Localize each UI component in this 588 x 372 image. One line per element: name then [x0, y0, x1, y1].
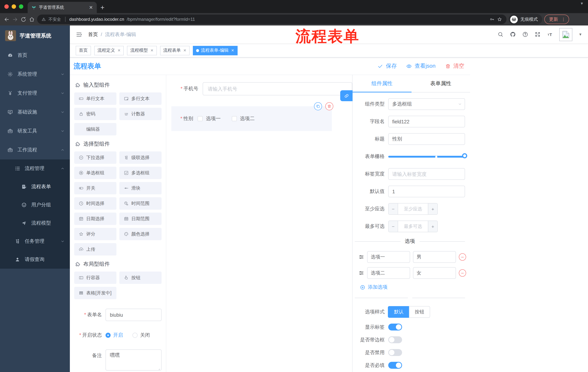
palette-item[interactable]: 颜色选择	[119, 228, 162, 240]
status-radio-off[interactable]: 关闭	[132, 332, 150, 339]
palette-item[interactable]: 多选框组	[119, 167, 162, 179]
tag-1[interactable]: 流程定义✕	[94, 46, 124, 55]
toggle-switch[interactable]	[388, 349, 402, 356]
save-button[interactable]: 保存	[378, 63, 397, 70]
view-json-button[interactable]: 查看json	[406, 63, 436, 70]
resize-handle-icon[interactable]	[157, 367, 160, 371]
fullscreen-icon[interactable]	[535, 31, 541, 37]
close-window-button[interactable]	[4, 4, 9, 9]
forward-icon[interactable]	[12, 16, 18, 22]
palette-item[interactable]: 表格[开发中]	[74, 287, 116, 299]
window-caret-icon[interactable]: ▼	[580, 1, 584, 5]
palette-item[interactable]: 开关	[74, 182, 116, 194]
default-value-input[interactable]	[388, 186, 465, 197]
tag-3[interactable]: 流程表单✕	[160, 46, 190, 55]
browser-menu-icon[interactable]	[561, 17, 566, 22]
sidebar-item-0[interactable]: 首页	[0, 46, 70, 65]
browser-tab[interactable]: 芋道管理系统 ✕	[28, 2, 97, 13]
checkbox-icon[interactable]	[231, 116, 237, 121]
option-style-按钮[interactable]: 按钮	[409, 306, 430, 318]
palette-item[interactable]: 级联选择	[119, 151, 162, 164]
new-tab-button[interactable]: +	[100, 4, 105, 12]
window-controls[interactable]	[0, 0, 28, 13]
tag-4[interactable]: 流程表单-编辑✕	[193, 46, 237, 55]
back-icon[interactable]	[4, 16, 10, 22]
option-label-input[interactable]	[367, 267, 410, 279]
field-name-input[interactable]	[388, 116, 465, 128]
help-icon[interactable]	[522, 31, 528, 37]
browser-update-button[interactable]: 更新	[544, 15, 569, 24]
panel-collapse-handle[interactable]	[340, 90, 353, 101]
reload-icon[interactable]	[20, 16, 27, 22]
sidebar-item-4[interactable]: 研发工具	[0, 122, 70, 140]
min-select-stepper[interactable]: − 至少应选 +	[388, 203, 438, 215]
grid-slider[interactable]	[388, 151, 464, 162]
palette-item[interactable]: 时间选择	[74, 197, 116, 210]
tab-form-props[interactable]: 表单属性	[411, 75, 470, 92]
bookmark-star-icon[interactable]	[497, 17, 502, 22]
tag-close-icon[interactable]: ✕	[183, 48, 187, 53]
breadcrumb-home[interactable]: 首页	[88, 31, 98, 38]
canvas-field-phone[interactable]: *手机号	[166, 82, 352, 95]
max-select-stepper[interactable]: − 最多可选 +	[388, 221, 438, 232]
palette-item[interactable]: 上传	[74, 243, 116, 255]
label-width-input[interactable]	[388, 168, 465, 180]
palette-item[interactable]: 滑块	[119, 182, 162, 194]
slider-handle[interactable]	[462, 153, 467, 158]
palette-item[interactable]: 行容器	[74, 272, 116, 284]
palette-item[interactable]: 评分	[74, 228, 116, 240]
tag-close-icon[interactable]: ✕	[117, 48, 121, 53]
font-size-icon[interactable]: TT	[547, 31, 553, 37]
palette-item[interactable]: 时间范围	[119, 197, 162, 210]
component-type-select[interactable]	[388, 98, 465, 110]
remove-option-button[interactable]: −	[459, 269, 466, 277]
gender-checkbox-1[interactable]: 选项二	[231, 115, 255, 122]
title-input[interactable]	[388, 133, 465, 145]
sidebar-item-5[interactable]: 工作流程	[0, 140, 70, 159]
option-label-input[interactable]	[367, 251, 410, 263]
tag-0[interactable]: 首页	[76, 46, 91, 55]
palette-item[interactable]: 单行文本	[74, 93, 116, 105]
sidebar-subitem-5[interactable]: 请假查询	[0, 250, 70, 269]
sidebar-subitem-0[interactable]: 流程管理	[0, 159, 70, 178]
address-bar[interactable]: 不安全 dashboard.yudao.iocoder.cn/bpm/manag…	[37, 15, 506, 24]
gender-checkbox-0[interactable]: 选项一	[198, 115, 221, 122]
phone-input[interactable]	[203, 82, 352, 95]
stepper-plus-button[interactable]: +	[428, 203, 437, 214]
palette-item[interactable]: 日期范围	[119, 213, 162, 225]
palette-item[interactable]: 日期选择	[74, 213, 116, 225]
tab-component-props[interactable]: 组件属性	[353, 75, 411, 92]
search-icon[interactable]	[497, 31, 504, 37]
hamburger-icon[interactable]	[76, 31, 82, 38]
tag-close-icon[interactable]: ✕	[231, 48, 234, 53]
user-avatar[interactable]	[559, 28, 572, 41]
toggle-switch[interactable]	[388, 362, 402, 369]
status-radio-on[interactable]: 开启	[105, 332, 123, 339]
remark-textarea[interactable]	[105, 350, 162, 371]
minimize-window-button[interactable]	[12, 4, 16, 9]
option-value-input[interactable]	[413, 251, 456, 263]
avatar-caret-icon[interactable]: ▼	[578, 32, 582, 36]
palette-item[interactable]: 按钮	[119, 272, 162, 284]
clear-button[interactable]: 清空	[445, 63, 464, 70]
palette-item[interactable]: 下拉选择	[74, 151, 116, 164]
delete-component-button[interactable]	[325, 102, 333, 110]
palette-item[interactable]: 编辑器	[74, 123, 116, 135]
tag-close-icon[interactable]: ✕	[150, 48, 154, 53]
form-name-input[interactable]	[105, 309, 162, 321]
palette-item[interactable]: 多行文本	[119, 93, 162, 105]
sidebar-item-2[interactable]: 支付管理	[0, 84, 70, 103]
sidebar-subitem-3[interactable]: 流程模型	[0, 214, 70, 232]
toggle-switch[interactable]	[388, 336, 402, 343]
canvas-field-gender-selected[interactable]: *性别 选项一选项二	[171, 106, 332, 131]
palette-item[interactable]: 密码	[74, 108, 116, 120]
home-icon[interactable]	[29, 16, 35, 22]
sidebar-item-3[interactable]: 基础设施	[0, 103, 70, 122]
sidebar-subitem-1[interactable]: 流程表单	[0, 178, 70, 196]
tab-close-icon[interactable]: ✕	[88, 5, 94, 10]
password-key-icon[interactable]	[489, 17, 494, 22]
sidebar-logo[interactable]: 芋道管理系统	[0, 25, 70, 46]
option-style-默认[interactable]: 默认	[388, 306, 409, 318]
stepper-minus-button[interactable]: −	[388, 203, 398, 214]
stepper-plus-button[interactable]: +	[428, 221, 437, 232]
